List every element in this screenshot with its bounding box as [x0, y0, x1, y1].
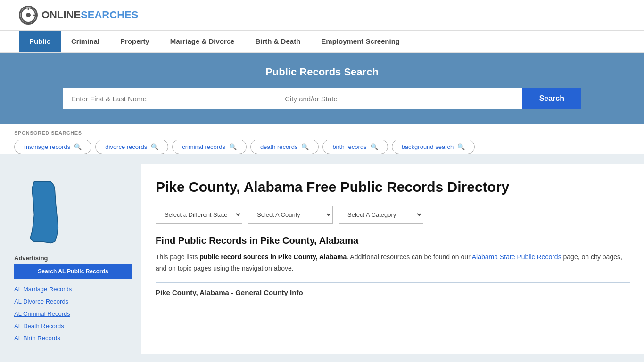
name-input[interactable]: [63, 88, 276, 109]
svg-point-1: [26, 13, 31, 17]
tag-death-label: death records: [260, 143, 298, 150]
nav-item-marriage-divorce[interactable]: Marriage & Divorce: [160, 31, 245, 52]
tag-criminal-label: criminal records: [182, 143, 225, 150]
desc-part2: . Additional resources can be found on o…: [347, 253, 471, 261]
county-info-heading: Pike County, Alabama - General County In…: [156, 282, 630, 296]
tag-background[interactable]: background search 🔍: [392, 140, 475, 154]
state-dropdown[interactable]: Select a Different State: [156, 206, 242, 224]
search-icon-marriage: 🔍: [74, 143, 82, 150]
nav-item-employment[interactable]: Employment Screening: [311, 31, 410, 52]
search-tags: marriage records 🔍 divorce records 🔍 cri…: [14, 140, 630, 154]
logo-icon: [19, 6, 38, 25]
svg-point-0: [21, 8, 36, 23]
ad-search-button[interactable]: Search AL Public Records: [14, 264, 132, 279]
sidebar-link-birth[interactable]: AL Birth Records: [14, 332, 132, 345]
logo-searches: SEARCHES: [81, 9, 138, 21]
desc-part1: This page lists: [156, 253, 199, 261]
sidebar-link-marriage[interactable]: AL Marriage Records: [14, 283, 132, 296]
search-bar: Search: [63, 88, 581, 109]
search-icon-death: 🔍: [301, 143, 309, 150]
tag-marriage-label: marriage records: [24, 143, 70, 150]
tag-divorce-label: divorce records: [105, 143, 147, 150]
sponsored-section: SPONSORED SEARCHES marriage records 🔍 di…: [0, 124, 644, 154]
county-dropdown[interactable]: Select A County: [248, 206, 333, 224]
search-icon-background: 🔍: [457, 143, 465, 150]
tag-background-label: background search: [402, 143, 454, 150]
sidebar-link-divorce[interactable]: AL Divorce Records: [14, 296, 132, 308]
map-container: [14, 178, 132, 245]
nav-item-public[interactable]: Public: [19, 31, 61, 52]
location-input[interactable]: [276, 88, 522, 109]
tag-divorce[interactable]: divorce records 🔍: [95, 140, 168, 154]
nav-item-property[interactable]: Property: [110, 31, 160, 52]
logo-text: ONLINESEARCHES: [41, 9, 138, 21]
search-icon-criminal: 🔍: [229, 143, 237, 150]
sidebar: Advertising Search AL Public Records AL …: [0, 164, 141, 354]
logo-online: ONLINE: [41, 9, 81, 21]
tag-marriage[interactable]: marriage records 🔍: [14, 140, 91, 154]
hero-title: Public Records Search: [19, 66, 625, 78]
find-records-title: Find Public Records in Pike County, Alab…: [156, 235, 630, 246]
sidebar-link-criminal[interactable]: AL Criminal Records: [14, 308, 132, 320]
page-title: Pike County, Alabama Free Public Records…: [156, 178, 630, 196]
dropdown-row: Select a Different State Select A County…: [156, 206, 630, 224]
category-dropdown[interactable]: Select A Category: [339, 206, 423, 224]
sponsored-label: SPONSORED SEARCHES: [14, 130, 630, 136]
header: ONLINESEARCHES: [0, 0, 644, 31]
tag-death[interactable]: death records 🔍: [250, 140, 319, 154]
tag-birth-label: birth records: [332, 143, 366, 150]
main-wrapper: Advertising Search AL Public Records AL …: [0, 164, 644, 354]
desc-link[interactable]: Alabama State Public Records: [472, 253, 561, 261]
nav-item-birth-death[interactable]: Birth & Death: [245, 31, 311, 52]
nav-item-criminal[interactable]: Criminal: [61, 31, 110, 52]
main-content: Pike County, Alabama Free Public Records…: [141, 164, 644, 354]
main-nav: Public Criminal Property Marriage & Divo…: [0, 31, 644, 53]
search-icon-divorce: 🔍: [151, 143, 158, 150]
description-text: This page lists public record sources in…: [156, 252, 630, 274]
search-button[interactable]: Search: [522, 88, 581, 109]
sidebar-link-death[interactable]: AL Death Records: [14, 320, 132, 332]
hero-section: Public Records Search Search: [0, 53, 644, 124]
alabama-map: [14, 178, 71, 244]
advertising-label: Advertising: [14, 255, 132, 262]
desc-bold: public record sources in Pike County, Al…: [199, 253, 347, 261]
sidebar-links: AL Marriage Records AL Divorce Records A…: [14, 283, 132, 345]
tag-criminal[interactable]: criminal records 🔍: [172, 140, 247, 154]
logo: ONLINESEARCHES: [19, 6, 138, 25]
search-icon-birth: 🔍: [371, 143, 378, 150]
tag-birth[interactable]: birth records 🔍: [322, 140, 388, 154]
